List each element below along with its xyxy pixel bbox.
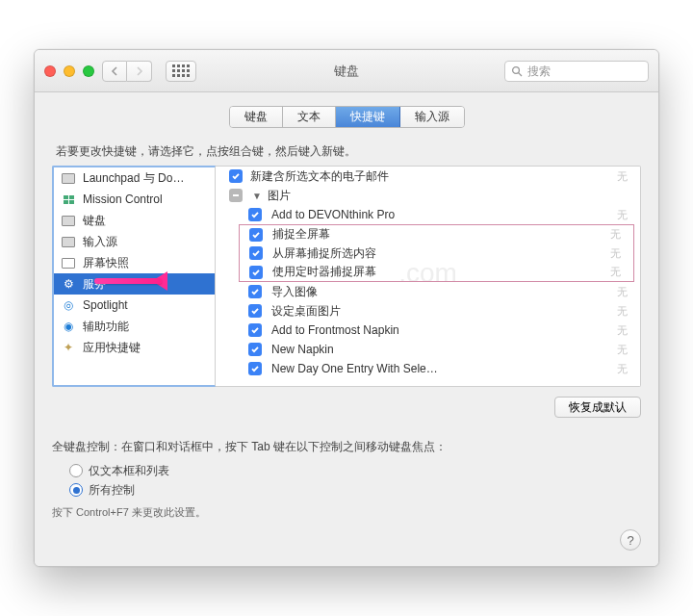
shortcut-label: 从屏幕捕捉所选内容 xyxy=(272,245,376,262)
sidebar-item-app-shortcuts[interactable]: ✦应用快捷键 xyxy=(54,337,215,358)
shortcut-value: 无 xyxy=(610,265,622,279)
radio-icon xyxy=(69,483,83,497)
sidebar-item-gear[interactable]: ⚙︎服务 xyxy=(54,273,215,295)
checkbox[interactable] xyxy=(248,362,262,375)
tab-1[interactable]: 文本 xyxy=(283,107,336,127)
checkbox[interactable] xyxy=(248,208,262,221)
shortcut-label: Add to DEVONthink Pro xyxy=(271,208,395,221)
shortcut-row[interactable]: New Napkin无 xyxy=(216,340,640,359)
sidebar-item-screenshot[interactable]: 屏幕快照 xyxy=(54,252,215,273)
search-input[interactable] xyxy=(527,64,642,78)
screenshot-icon xyxy=(61,255,76,270)
checkbox-mixed[interactable] xyxy=(229,189,243,202)
shortcut-row[interactable]: 使用定时器捕捉屏幕无 xyxy=(239,263,634,282)
grid-icon xyxy=(172,64,190,77)
shortcut-group[interactable]: ▼图片 xyxy=(216,186,640,205)
sidebar-item-label: 屏幕快照 xyxy=(83,255,129,271)
sidebar-item-label: 键盘 xyxy=(83,213,106,229)
hint-text: 若要更改快捷键，请选择它，点按组合键，然后键入新键。 xyxy=(56,143,637,160)
checkbox[interactable] xyxy=(249,266,263,279)
shortcut-row[interactable]: New Day One Entry With Sele…无 xyxy=(216,359,640,378)
chevron-right-icon xyxy=(136,66,143,76)
input-source-icon xyxy=(61,234,76,249)
help-icon: ? xyxy=(627,533,633,548)
sidebar-item-mission-control[interactable]: Mission Control xyxy=(54,189,215,210)
window-controls xyxy=(44,65,94,77)
help-button[interactable]: ? xyxy=(620,529,641,551)
zoom-button[interactable] xyxy=(83,65,94,77)
checkbox[interactable] xyxy=(248,323,262,337)
category-sidebar[interactable]: Launchpad 与 Do…Mission Control键盘输入源屏幕快照⚙… xyxy=(52,166,216,387)
gear-icon: ⚙︎ xyxy=(61,276,76,292)
shortcut-value: 无 xyxy=(617,343,629,357)
accessibility-icon: ◉ xyxy=(61,319,76,334)
titlebar: 键盘 xyxy=(35,50,658,92)
checkbox[interactable] xyxy=(248,285,262,298)
shortcut-row[interactable]: 导入图像无 xyxy=(216,282,640,301)
show-all-button[interactable] xyxy=(166,61,196,82)
sidebar-item-label: 服务 xyxy=(83,276,106,293)
search-icon xyxy=(511,65,523,77)
shortcut-row[interactable]: 设定桌面图片无 xyxy=(216,301,640,321)
shortcut-value: 无 xyxy=(610,246,622,261)
tabs: 键盘文本快捷键输入源 xyxy=(52,106,641,128)
shortcut-row[interactable]: Add to DEVONthink Pro无 xyxy=(216,205,640,224)
shortcut-value: 无 xyxy=(617,323,629,338)
panes: Launchpad 与 Do…Mission Control键盘输入源屏幕快照⚙… xyxy=(52,166,641,387)
launchpad-icon xyxy=(61,170,76,186)
checkbox[interactable] xyxy=(248,304,262,318)
preferences-window: 键盘 键盘文本快捷键输入源 若要更改快捷键，请选择它，点按组合键，然后键入新键。… xyxy=(34,49,659,567)
shortcut-label: 捕捉全屏幕 xyxy=(272,226,330,243)
back-button[interactable] xyxy=(102,61,127,82)
shortcut-value: 无 xyxy=(617,208,629,222)
radio-option-1[interactable]: 所有控制 xyxy=(69,480,641,500)
sidebar-item-label: Spotlight xyxy=(83,298,128,312)
svg-point-0 xyxy=(513,66,520,73)
app-shortcuts-icon: ✦ xyxy=(61,340,76,355)
shortcut-list[interactable]: .com 新建含所选文本的电子邮件无▼图片Add to DEVONthink P… xyxy=(216,166,641,387)
checkbox[interactable] xyxy=(248,343,262,356)
sidebar-item-label: 应用快捷键 xyxy=(83,340,141,356)
close-button[interactable] xyxy=(44,65,56,77)
tab-3[interactable]: 输入源 xyxy=(400,107,464,127)
forward-button[interactable] xyxy=(127,61,152,82)
checkbox[interactable] xyxy=(249,228,263,242)
minimize-button[interactable] xyxy=(64,65,75,77)
mission-control-icon xyxy=(61,192,76,207)
shortcut-value: 无 xyxy=(617,169,629,184)
checkbox[interactable] xyxy=(229,169,243,183)
shortcut-label: 图片 xyxy=(268,188,291,204)
sidebar-item-keyboard[interactable]: 键盘 xyxy=(54,210,215,231)
keyboard-icon xyxy=(61,213,76,228)
shortcut-label: New Day One Entry With Sele… xyxy=(271,362,438,375)
sidebar-item-label: 辅助功能 xyxy=(83,319,129,335)
radio-option-0[interactable]: 仅文本框和列表 xyxy=(69,461,641,480)
shortcut-label: 导入图像 xyxy=(271,284,318,300)
content: 键盘文本快捷键输入源 若要更改快捷键，请选择它，点按组合键，然后键入新键。 La… xyxy=(35,92,658,566)
svg-line-1 xyxy=(519,72,522,75)
sidebar-item-launchpad[interactable]: Launchpad 与 Do… xyxy=(54,167,215,189)
spotlight-icon: ◎ xyxy=(61,297,76,313)
sidebar-item-label: 输入源 xyxy=(83,234,117,250)
nav-buttons xyxy=(102,61,152,82)
shortcut-label: 使用定时器捕捉屏幕 xyxy=(272,264,376,280)
tab-2[interactable]: 快捷键 xyxy=(336,107,400,127)
shortcut-row[interactable]: 捕捉全屏幕无 xyxy=(239,224,634,244)
kbd-heading: 全键盘控制：在窗口和对话框中，按下 Tab 键在以下控制之间移动键盘焦点： xyxy=(52,439,641,455)
shortcut-label: 新建含所选文本的电子邮件 xyxy=(250,168,389,185)
disclosure-triangle-icon[interactable]: ▼ xyxy=(252,191,262,201)
shortcut-row[interactable]: 从屏幕捕捉所选内容无 xyxy=(239,244,634,263)
checkbox[interactable] xyxy=(249,246,263,260)
sidebar-item-spotlight[interactable]: ◎Spotlight xyxy=(54,295,215,316)
search-field[interactable] xyxy=(504,61,649,82)
shortcut-row[interactable]: 新建含所选文本的电子邮件无 xyxy=(216,167,640,186)
sidebar-item-input-source[interactable]: 输入源 xyxy=(54,231,215,252)
chevron-left-icon xyxy=(111,66,118,76)
tab-0[interactable]: 键盘 xyxy=(230,107,283,127)
restore-defaults-button[interactable]: 恢复成默认 xyxy=(554,397,641,418)
shortcut-row[interactable]: Add to Frontmost Napkin无 xyxy=(216,321,640,340)
radio-label: 仅文本框和列表 xyxy=(89,463,169,479)
sidebar-item-accessibility[interactable]: ◉辅助功能 xyxy=(54,316,215,337)
kbd-note: 按下 Control+F7 来更改此设置。 xyxy=(52,505,641,520)
shortcut-value: 无 xyxy=(617,285,629,299)
